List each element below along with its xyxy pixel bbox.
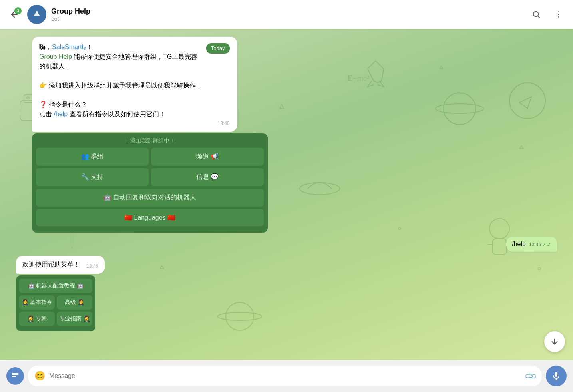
config-tutorial-button[interactable]: 🤖 机器人配置教程 🤖 xyxy=(19,279,92,293)
message-input[interactable] xyxy=(49,372,521,380)
user-message-container: /help 13:46 ✓✓ xyxy=(8,237,565,252)
voice-message-button[interactable] xyxy=(546,366,567,386)
svg-point-3 xyxy=(558,11,559,12)
support-button[interactable]: 🔧 支持 xyxy=(36,168,149,186)
chat-area: E=mc² xyxy=(0,29,573,360)
add-group-label: + 添加我到群组中 + xyxy=(36,137,264,145)
info-button[interactable]: 信息 💬 xyxy=(151,168,264,186)
today-badge: Today xyxy=(206,43,230,54)
btn-row-2: 🔧 支持 信息 💬 xyxy=(36,168,264,186)
line2-text: 👉 添加我进入超级群组并赋予我管理员以便我能够操作！ xyxy=(39,82,202,89)
line3-q: ❓ 指令是什么？ xyxy=(39,101,87,108)
pro-guide-button[interactable]: 专业指南 🤵 xyxy=(57,312,92,326)
sticker-button[interactable] xyxy=(6,367,24,385)
bot-inline-buttons-2: 🤖 机器人配置教程 🤖 🤵 基本指令 高级 🤵 🤵 专家 专业指南 🤵 xyxy=(16,275,96,331)
svg-point-1 xyxy=(36,11,38,13)
line3-end: 查看所有指令以及如何使用它们！ xyxy=(68,111,165,117)
message-text-1: Today 嗨，SaleSmartly！ Group Help 能帮你便捷安全地… xyxy=(39,42,230,119)
user-message-text: /help xyxy=(512,241,526,248)
btn-row-1: 👥 群组 频道 📢 xyxy=(36,148,264,166)
line3-sub: 点击 xyxy=(39,111,54,117)
bot-inline-buttons-1: + 添加我到群组中 + 👥 群组 频道 📢 🔧 支持 信息 💬 🤖 自动回复和双… xyxy=(32,133,268,233)
basic-commands-button[interactable]: 🤵 基本指令 xyxy=(19,295,55,310)
bot-link[interactable]: Group Help xyxy=(39,53,72,60)
channel-button[interactable]: 频道 📢 xyxy=(151,148,264,166)
bot-message-1: Today 嗨，SaleSmartly！ Group Help 能帮你便捷安全地… xyxy=(32,37,272,233)
advanced-button[interactable]: 高级 🤵 xyxy=(57,295,92,310)
exclaim: ！ xyxy=(86,44,93,50)
unread-badge: 3 xyxy=(14,7,22,14)
btn-row-3: 🤖 自动回复和双向对话的机器人 xyxy=(36,189,264,207)
user-message-time: 13:46 ✓✓ xyxy=(529,241,551,248)
chat-header: 3 Group Help bot xyxy=(0,0,573,29)
svg-point-5 xyxy=(558,16,559,18)
contact-status: bot xyxy=(51,16,528,22)
btn-expert-row: 🤵 专家 专业指南 🤵 xyxy=(19,312,92,326)
emoji-button[interactable]: 😊 xyxy=(34,371,45,381)
scroll-to-bottom-button[interactable] xyxy=(544,331,565,352)
languages-button[interactable]: 🇨🇳 Languages 🇨🇳 xyxy=(36,209,264,226)
command-link[interactable]: /help xyxy=(54,111,68,117)
greeting-text: 嗨， xyxy=(39,44,52,50)
welcome-text: 欢迎使用帮助菜单！ xyxy=(22,261,80,269)
search-button[interactable] xyxy=(528,6,544,22)
btn-config-row: 🤖 机器人配置教程 🤖 xyxy=(19,279,92,293)
avatar xyxy=(27,5,46,24)
messages-list: Today 嗨，SaleSmartly！ Group Help 能帮你便捷安全地… xyxy=(0,29,573,360)
auto-reply-button[interactable]: 🤖 自动回复和双向对话的机器人 xyxy=(36,189,264,207)
header-actions xyxy=(528,6,567,22)
input-bar: 😊 📎 xyxy=(0,360,573,392)
expert-button[interactable]: 🤵 专家 xyxy=(19,312,55,326)
btn-basic-row: 🤵 基本指令 高级 🤵 xyxy=(19,295,92,310)
username-link[interactable]: SaleSmartly xyxy=(52,44,86,50)
svg-point-2 xyxy=(533,12,539,17)
attachment-button[interactable]: 📎 xyxy=(523,369,537,383)
message-input-wrapper: 😊 📎 xyxy=(28,366,542,386)
bot-message-2: 欢迎使用帮助菜单！ 13:46 🤖 机器人配置教程 🤖 🤵 基本指令 高级 🤵 … xyxy=(16,256,216,331)
read-receipt-icon: ✓✓ xyxy=(542,241,551,248)
contact-info: Group Help bot xyxy=(51,7,528,22)
svg-point-4 xyxy=(558,14,559,15)
back-button[interactable]: 3 xyxy=(6,6,22,22)
user-bubble: /help 13:46 ✓✓ xyxy=(506,237,557,252)
bot-bubble-1: Today 嗨，SaleSmartly！ Group Help 能帮你便捷安全地… xyxy=(32,37,237,132)
message-timestamp-2: 13:46 xyxy=(86,263,98,269)
message-timestamp-1: 13:46 xyxy=(39,121,230,126)
btn-row-4: 🇨🇳 Languages 🇨🇳 xyxy=(36,209,264,226)
group-button[interactable]: 👥 群组 xyxy=(36,148,149,166)
bot-bubble-2: 欢迎使用帮助菜单！ 13:46 xyxy=(16,256,105,274)
contact-name: Group Help xyxy=(51,7,528,16)
more-options-button[interactable] xyxy=(551,6,567,22)
svg-rect-26 xyxy=(555,372,557,377)
